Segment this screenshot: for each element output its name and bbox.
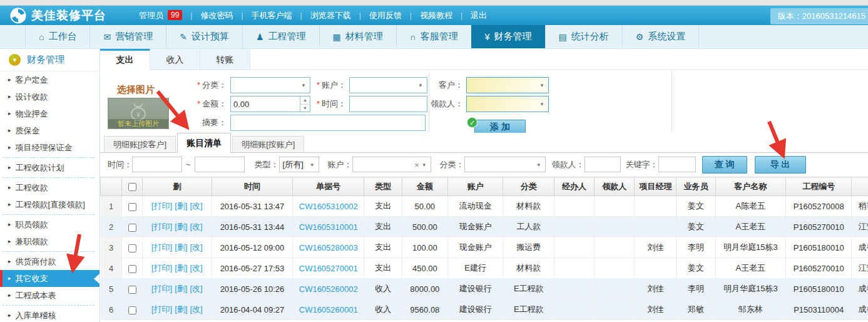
nav-item[interactable]: ♟ 工程管理 <box>242 25 319 48</box>
sidebar-item[interactable]: ▸ 入库单稽核 <box>0 307 100 322</box>
doc-number-link[interactable]: CW1605260002 <box>299 284 358 294</box>
select-all-checkbox[interactable] <box>128 183 136 191</box>
sidebar-item[interactable]: ▸ 职员领款 <box>0 216 100 233</box>
filter-account-select[interactable]: × ▼ <box>352 157 431 172</box>
sub-tab[interactable]: 明细账[按客户] <box>104 136 176 152</box>
nav-item[interactable]: ∩ 客服管理 <box>396 25 471 48</box>
header-ops: 删 <box>142 177 212 196</box>
cell-address: 江安河畔 <box>852 217 868 237</box>
sidebar-item[interactable]: ▸ 兼职领款 <box>0 233 100 250</box>
edit-link[interactable]: [改] <box>190 222 202 231</box>
sidebar-caret-icon[interactable]: ▼ <box>9 54 21 66</box>
main-tab[interactable]: 转账 <box>200 49 250 70</box>
delete-link[interactable]: [删] <box>175 222 187 231</box>
search-button[interactable]: 查 询 <box>702 156 747 174</box>
nav-item[interactable]: ▤ 统计分析 <box>545 25 622 48</box>
main-tab[interactable]: 收入 <box>150 49 200 70</box>
doc-number-link[interactable]: CW1605310001 <box>299 222 358 232</box>
row-checkbox[interactable] <box>128 286 136 294</box>
main-tab[interactable]: 支出 <box>100 49 150 70</box>
cell-pm <box>635 217 677 237</box>
cell-payee <box>594 237 635 258</box>
cell-type: 支出 <box>364 237 402 258</box>
sidebar-item[interactable]: ▸ 工程领款[直接领款] <box>0 196 100 213</box>
choose-image-label[interactable]: 选择图片 <box>117 84 155 96</box>
amount-input[interactable] <box>233 96 299 112</box>
feedback-link[interactable]: 使用反馈 <box>369 10 402 21</box>
nav-item[interactable]: ¥ 财务管理 <box>471 25 545 48</box>
sidebar-item[interactable]: ▸ 质保金 <box>0 122 100 139</box>
print-link[interactable]: [打印] <box>151 284 172 293</box>
sidebar-item[interactable]: ▸ 项目经理保证金 <box>0 139 100 156</box>
delete-link[interactable]: [删] <box>175 304 187 314</box>
edit-link[interactable]: [改] <box>190 284 202 293</box>
sidebar-item[interactable]: ▸ 物业押金 <box>0 105 100 122</box>
sub-tab[interactable]: 账目清单 <box>177 133 231 153</box>
edit-link[interactable]: [改] <box>190 263 202 273</box>
doc-number-link[interactable]: CW1605310002 <box>299 202 358 211</box>
chevron-down-icon[interactable]: ▼ <box>422 162 427 167</box>
summary-input[interactable] <box>230 115 426 131</box>
row-checkbox[interactable] <box>128 306 136 314</box>
chevron-down-icon[interactable]: ▼ <box>536 162 541 167</box>
filter-type-select[interactable]: [所有] ▼ <box>279 157 319 172</box>
doc-number-link[interactable]: CW1605280003 <box>299 243 358 252</box>
sidebar-item[interactable]: ▸ 工程收款计划 <box>0 159 100 176</box>
delete-link[interactable]: [删] <box>175 284 187 293</box>
edit-link[interactable]: [改] <box>190 242 202 252</box>
sub-tab[interactable]: 明细账[按账户] <box>232 136 304 152</box>
video-tutorial-link[interactable]: 视频教程 <box>420 10 452 21</box>
time-label: *时间： <box>291 96 346 112</box>
nav-item[interactable]: ⌂ 工作台 <box>25 25 89 48</box>
edit-link[interactable]: [改] <box>190 304 202 314</box>
delete-link[interactable]: [删] <box>175 263 187 273</box>
customer-select[interactable]: ▼ <box>466 77 549 93</box>
row-checkbox[interactable] <box>128 203 136 211</box>
chevron-down-icon[interactable]: ▼ <box>539 101 544 107</box>
header-pm: 项目经理 <box>635 177 677 196</box>
notification-badge[interactable]: 99 <box>168 10 182 20</box>
filter-keyword-input[interactable] <box>658 157 696 172</box>
delete-link[interactable]: [删] <box>175 201 187 210</box>
mobile-client-link[interactable]: 手机客户端 <box>252 10 292 21</box>
clear-icon[interactable]: × <box>414 160 419 169</box>
doc-number-link[interactable]: CW1605270001 <box>299 264 358 273</box>
filter-time-from-input[interactable] <box>132 157 182 172</box>
export-button[interactable]: 导 出 <box>755 156 806 174</box>
print-link[interactable]: [打印] <box>151 304 172 314</box>
sidebar-item[interactable]: ▸ 设计收款 <box>0 88 100 105</box>
row-checkbox[interactable] <box>128 224 136 232</box>
delete-link[interactable]: [删] <box>175 242 187 252</box>
row-checkbox-cell <box>122 217 142 237</box>
sidebar-item[interactable]: ▸ 供货商付款 <box>0 253 100 270</box>
nav-item[interactable]: ✉ 营销管理 <box>89 25 166 48</box>
sidebar-item[interactable]: ▸ 工程收款 <box>0 179 100 196</box>
sidebar-item[interactable]: ▸ 其它收支 <box>0 270 100 287</box>
doc-number-link[interactable]: CW1605260001 <box>299 305 358 314</box>
payee-select[interactable]: ▼ <box>466 96 549 112</box>
chevron-down-icon[interactable]: ▼ <box>310 162 315 167</box>
filter-category-select[interactable]: ▼ <box>464 157 546 172</box>
print-link[interactable]: [打印] <box>151 242 172 252</box>
nav-item[interactable]: ⚙ 系统设置 <box>622 25 700 48</box>
row-checkbox[interactable] <box>128 265 136 273</box>
print-link[interactable]: [打印] <box>151 222 172 231</box>
image-upload-placeholder[interactable]: ¥ 暂未上传图片 <box>108 98 169 129</box>
edit-link[interactable]: [改] <box>190 201 202 210</box>
sidebar-item[interactable]: ▸ 客户定金 <box>0 71 100 88</box>
row-checkbox[interactable] <box>128 244 136 252</box>
sidebar-item[interactable]: ▸ 工程成本表 <box>0 287 100 304</box>
nav-item[interactable]: ✎ 设计预算 <box>166 25 242 48</box>
chevron-down-icon[interactable]: ▼ <box>539 83 544 88</box>
nav-item[interactable]: ▦ 材料管理 <box>319 25 396 48</box>
cell-payee <box>594 279 635 299</box>
browser-download-link[interactable]: 浏览器下载 <box>310 10 351 21</box>
sidebar-divider <box>3 157 94 158</box>
print-link[interactable]: [打印] <box>151 263 172 273</box>
print-link[interactable]: [打印] <box>151 201 172 210</box>
filter-payee-input[interactable] <box>585 157 621 172</box>
home-icon: ⌂ <box>39 33 44 41</box>
filter-time-to-input[interactable] <box>195 157 245 172</box>
change-password-link[interactable]: 修改密码 <box>200 10 233 21</box>
logout-link[interactable]: 退出 <box>471 10 487 21</box>
